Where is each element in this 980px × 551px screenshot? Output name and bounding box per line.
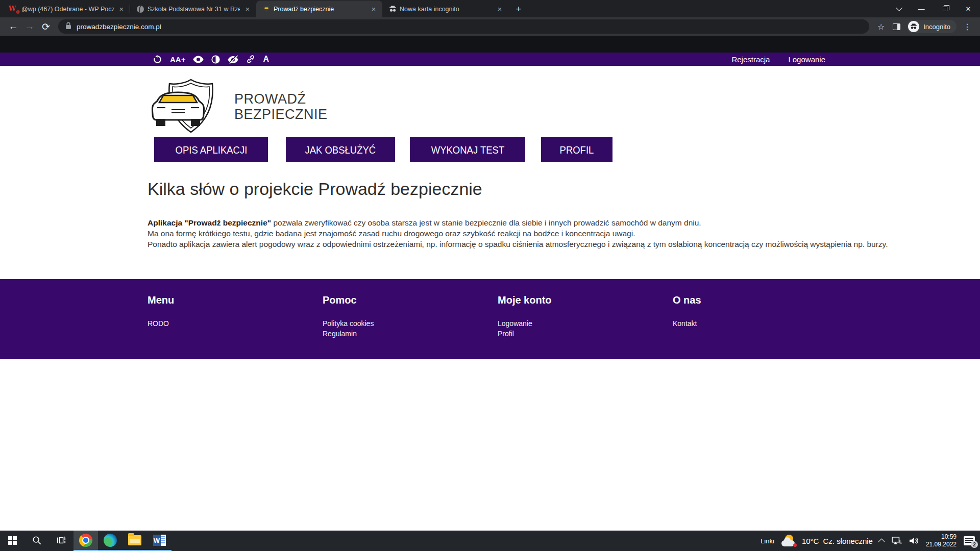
- footer-column-moje-konto: Moje konto Logowanie Profil: [498, 294, 651, 339]
- nav-button-wykonaj-test[interactable]: WYKONAJ TEST: [410, 137, 525, 162]
- bookmark-star-icon[interactable]: ☆: [873, 19, 889, 34]
- paragraph-line-1-rest: pozwala zweryfikować czy osoba starsza j…: [271, 218, 701, 227]
- footer-link-polityka-cookies[interactable]: Polityka cookies: [323, 318, 476, 329]
- close-window-button[interactable]: ✕: [957, 0, 980, 17]
- paragraph-line-1: Aplikacja "Prowadź bezpiecznie" pozwala …: [148, 217, 888, 228]
- task-view-icon: [57, 536, 66, 545]
- nav-button-label: WYKONAJ TEST: [431, 144, 504, 156]
- url-text: prowadzbezpiecznie.com.pl: [77, 23, 161, 31]
- eye-off-icon[interactable]: [228, 54, 238, 65]
- tab-title: @wp (467) Odebrane - WP Poczt: [21, 6, 114, 13]
- back-button[interactable]: ←: [5, 18, 21, 35]
- minimize-button[interactable]: —: [910, 0, 933, 17]
- taskbar-edge-button[interactable]: [98, 531, 122, 551]
- tab-school[interactable]: Szkoła Podstawowa Nr 31 w Rzes ×: [130, 1, 256, 17]
- side-panel-icon[interactable]: [889, 19, 904, 34]
- lock-icon: [65, 22, 71, 32]
- empty-bookmarks-strip: [0, 36, 980, 53]
- word-icon: W: [153, 535, 166, 546]
- eye-icon[interactable]: [193, 54, 204, 65]
- new-tab-button[interactable]: +: [511, 2, 526, 16]
- windows-taskbar: W Linki 10°C Cz. słonecznie 10:59 21.09.…: [0, 531, 980, 551]
- taskbar-explorer-button[interactable]: [122, 531, 147, 551]
- logo-shield-car-icon: [150, 78, 229, 135]
- footer-link-rodo[interactable]: RODO: [148, 318, 301, 329]
- weather-temp: 10°C: [802, 537, 819, 545]
- footer-column-pomoc: Pomoc Polityka cookies Regulamin: [323, 294, 476, 339]
- accessibility-icons: AA+ A: [153, 54, 269, 65]
- nav-button-profil[interactable]: PROFIL: [541, 137, 612, 162]
- taskbar-clock[interactable]: 10:59 21.09.2022: [926, 533, 957, 548]
- restore-button[interactable]: [933, 0, 957, 17]
- footer-column-title: Pomoc: [323, 294, 476, 306]
- footer-column-o-nas: O nas Kontakt: [673, 294, 826, 329]
- chrome-icon: [79, 534, 92, 547]
- tab-wp-mail[interactable]: W@ @wp (467) Odebrane - WP Poczt ×: [4, 1, 130, 17]
- clock-time: 10:59: [926, 533, 957, 541]
- browser-menu-icon[interactable]: ⋮: [960, 19, 975, 34]
- tab-close-icon[interactable]: ×: [369, 5, 378, 14]
- tab-close-icon[interactable]: ×: [117, 5, 126, 14]
- tab-search-chevron-icon[interactable]: [886, 0, 910, 17]
- paragraph-line-3: Ponadto aplikacja zawiera alert pogodowy…: [148, 239, 888, 249]
- network-icon[interactable]: [892, 537, 902, 545]
- account-links: Rejestracja Logowanie: [731, 55, 825, 64]
- forward-button[interactable]: →: [21, 18, 38, 35]
- link-icon[interactable]: [246, 54, 255, 65]
- nav-button-jak-obsluzyc[interactable]: JAK OBSŁUŻYĆ: [286, 137, 395, 162]
- tray-chevron-up-icon[interactable]: [880, 539, 885, 543]
- browser-tab-strip: W@ @wp (467) Odebrane - WP Poczt × Szkoł…: [0, 0, 980, 17]
- footer-column-title: O nas: [673, 294, 826, 306]
- links-toolbar-label[interactable]: Linki: [761, 537, 774, 545]
- site-footer: Menu RODO Pomoc Polityka cookies Regulam…: [0, 279, 980, 359]
- nav-button-label: OPIS APLIKACJI: [175, 144, 247, 156]
- weather-desc: Cz. słonecznie: [823, 537, 873, 545]
- shield-favicon: [262, 5, 271, 13]
- footer-column-menu: Menu RODO: [148, 294, 301, 329]
- page-title: Kilka słów o projekcie Prowadź bezpieczn…: [148, 179, 482, 199]
- reload-button[interactable]: ⟳: [38, 18, 54, 35]
- tab-prowadz-bezpiecznie[interactable]: Prowadź bezpiecznie ×: [256, 1, 382, 17]
- address-bar[interactable]: prowadzbezpiecznie.com.pl: [58, 19, 869, 34]
- footer-link-regulamin[interactable]: Regulamin: [323, 329, 476, 339]
- login-link[interactable]: Logowanie: [788, 55, 825, 64]
- taskbar-word-button[interactable]: W: [147, 531, 172, 551]
- globe-favicon: [136, 5, 144, 13]
- footer-link-logowanie[interactable]: Logowanie: [498, 318, 651, 329]
- nav-button-label: PROFIL: [560, 144, 594, 156]
- file-explorer-icon: [128, 535, 141, 545]
- letter-spacing-icon[interactable]: A: [263, 54, 269, 65]
- register-link[interactable]: Rejestracja: [731, 55, 770, 64]
- font-size-icon[interactable]: AA+: [170, 54, 185, 65]
- footer-column-title: Moje konto: [498, 294, 651, 306]
- contrast-icon[interactable]: [211, 54, 220, 65]
- wp-mail-favicon: W@: [10, 5, 18, 13]
- tab-close-icon[interactable]: ×: [495, 5, 504, 14]
- weather-widget[interactable]: 10°C Cz. słonecznie: [781, 535, 873, 547]
- incognito-icon: [908, 21, 919, 32]
- nav-button-opis-aplikacji[interactable]: OPIS APLIKACJI: [154, 137, 268, 162]
- taskbar-chrome-button[interactable]: [74, 531, 98, 551]
- footer-link-kontakt[interactable]: Kontakt: [673, 318, 826, 329]
- tab-title: Prowadź bezpiecznie: [274, 6, 366, 13]
- paragraph-bold-lead: Aplikacja "Prowadź bezpiecznie": [148, 218, 271, 227]
- action-center-icon[interactable]: 2: [964, 536, 975, 545]
- taskbar-search-button[interactable]: [24, 531, 49, 551]
- site-logo[interactable]: PROWADŹ BEZPIECZNIE: [150, 78, 328, 135]
- paragraph-line-2: Ma ona formę krótkiego testu, gdzie bada…: [148, 228, 888, 239]
- tab-close-icon[interactable]: ×: [243, 5, 252, 14]
- site-navigation: OPIS APLIKACJI JAK OBSŁUŻYĆ WYKONAJ TEST…: [154, 137, 612, 162]
- incognito-badge: Incognito: [907, 20, 957, 33]
- task-view-button[interactable]: [49, 531, 74, 551]
- logo-text: PROWADŹ BEZPIECZNIE: [234, 91, 328, 122]
- tab-incognito-newtab[interactable]: Nowa karta incognito ×: [382, 1, 508, 17]
- tab-title: Szkoła Podstawowa Nr 31 w Rzes: [148, 6, 240, 13]
- footer-link-profil[interactable]: Profil: [498, 329, 651, 339]
- start-button[interactable]: [0, 531, 24, 551]
- clock-date: 21.09.2022: [926, 541, 957, 548]
- window-controls: — ✕: [886, 0, 980, 17]
- reset-icon[interactable]: [153, 54, 162, 65]
- volume-icon[interactable]: [909, 537, 919, 545]
- incognito-label: Incognito: [923, 23, 950, 31]
- about-paragraph: Aplikacja "Prowadź bezpiecznie" pozwala …: [148, 217, 888, 249]
